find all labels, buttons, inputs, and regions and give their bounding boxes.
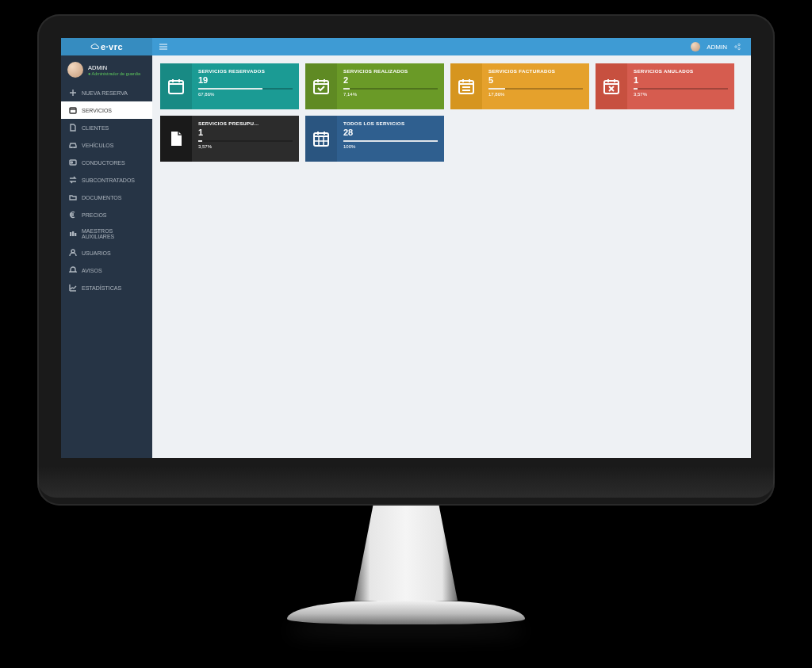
monitor-stand-base [287,601,525,624]
topbar-right: ADMIN [691,42,751,52]
sidebar-item-conductores[interactable]: CONDUCTORES [61,154,152,171]
nav-icon [69,284,77,292]
card-icon-wrap [160,63,192,109]
nav-icon [69,249,77,257]
nav-label: USUARIOS [82,250,111,256]
card-progress [198,140,293,142]
stat-card-green[interactable]: SERVICIOS REALIZADOS27,14% [305,63,444,109]
nav-icon [69,230,77,238]
nav-label: NUEVA RESERVA [82,90,128,96]
hamburger-icon [159,44,167,50]
sidebar-item-usuarios[interactable]: USUARIOS [61,244,152,261]
card-value: 28 [343,128,438,137]
sidebar-item-nueva-reserva[interactable]: NUEVA RESERVA [61,84,152,101]
nav-icon [69,193,77,201]
screen: e·vrc ADMIN [61,38,751,458]
card-value: 5 [488,75,583,85]
card-body: SERVICIOS RESERVADOS1967,86% [192,63,299,109]
card-value: 1 [634,75,728,85]
card-progress-bar [634,88,638,90]
card-progress-bar [343,88,350,90]
nav-label: DOCUMENTOS [82,195,121,200]
brand-logo[interactable]: e·vrc [61,38,152,55]
folder-icon [69,193,77,201]
nav-label: ESTADÍSTICAS [82,285,121,291]
sidebar-user[interactable]: ADMIN Administrador de guardia [61,55,152,84]
plus-icon [69,89,77,97]
svg-rect-10 [75,233,76,236]
sidebar-item-subcontratados[interactable]: SUBCONTRATADOS [61,171,152,189]
stat-card-teal[interactable]: SERVICIOS RESERVADOS1967,86% [160,63,299,109]
avatar-icon[interactable] [691,42,700,52]
svg-point-4 [71,147,72,148]
nav-label: PRECIOS [82,212,107,218]
sidebar-item-servicios[interactable]: SERVICIOS [61,101,152,119]
nav-label: VEHÍCULOS [82,143,113,148]
card-icon-wrap [305,116,337,162]
sidebar-item-estad-sticas[interactable]: ESTADÍSTICAS [61,279,152,296]
sidebar-item-veh-culos[interactable]: VEHÍCULOS [61,136,152,154]
cloud-icon [90,43,100,51]
nav-icon [69,266,77,274]
nav-label: CONDUCTORES [82,160,125,166]
car-icon [69,141,77,149]
monitor-stand-neck [354,506,458,601]
stat-card-black[interactable]: SERVICIOS PRESUPU...13,57% [160,116,299,162]
svg-rect-8 [70,232,71,236]
card-progress [343,140,438,142]
avatar-icon [67,62,83,78]
card-title: SERVICIOS REALIZADOS [343,68,438,74]
card-percent: 100% [343,144,438,149]
bell-icon [69,266,77,274]
stat-card-blue[interactable]: TODOS LOS SERVICIOS28100% [305,116,444,162]
nav-label: SUBCONTRATADOS [82,177,135,183]
sidebar-item-maestros-auxiliares[interactable]: MAESTROS AUXILIARES [61,223,152,244]
doc-icon [167,129,186,148]
chart-icon [69,284,77,292]
nav-icon [69,124,77,132]
stat-card-amber[interactable]: SERVICIOS FACTURADOS517,86% [450,63,589,109]
cal-check-icon [312,77,331,96]
topbar-username[interactable]: ADMIN [707,44,727,51]
cal-grid-icon [312,129,331,148]
nav-icon [69,158,77,166]
card-progress [198,88,293,90]
monitor-frame: e·vrc ADMIN [37,14,775,506]
card-percent: 7,14% [343,92,438,97]
card-progress [343,88,438,90]
card-progress-bar [198,140,202,142]
stat-card-red[interactable]: SERVICIOS ANULADOS13,57% [596,63,734,109]
svg-point-2 [738,48,741,50]
svg-rect-13 [314,81,328,94]
nav-icon [69,89,77,97]
card-percent: 17,86% [488,92,583,97]
menu-toggle[interactable] [152,38,174,55]
user-icon [69,249,77,257]
bezel-reflection [37,466,775,498]
card-icon-wrap [305,63,337,109]
gear-icon[interactable] [733,43,741,51]
brand-text: e·vrc [101,42,123,52]
card-percent: 3,57% [634,92,728,97]
card-progress-bar [488,88,505,90]
nav-icon [69,141,77,149]
sidebar: ADMIN Administrador de guardia NUEVA RES… [61,55,152,458]
card-progress [488,88,583,90]
sidebar-item-clientes[interactable]: CLIENTES [61,119,152,136]
body: ADMIN Administrador de guardia NUEVA RES… [61,55,751,458]
sidebar-item-avisos[interactable]: AVISOS [61,261,152,279]
card-progress [634,88,728,90]
topbar: e·vrc ADMIN [61,38,751,55]
user-role: Administrador de guardia [88,71,140,76]
euro-icon [69,211,77,219]
card-percent: 67,86% [198,92,293,97]
svg-rect-16 [314,133,328,146]
card-value: 2 [343,75,438,85]
card-value: 19 [198,75,293,85]
card-title: TODOS LOS SERVICIOS [343,120,438,126]
svg-rect-15 [604,81,619,94]
sidebar-item-precios[interactable]: PRECIOS [61,206,152,223]
svg-point-5 [74,147,75,148]
id-icon [69,158,77,166]
sidebar-item-documentos[interactable]: DOCUMENTOS [61,189,152,206]
